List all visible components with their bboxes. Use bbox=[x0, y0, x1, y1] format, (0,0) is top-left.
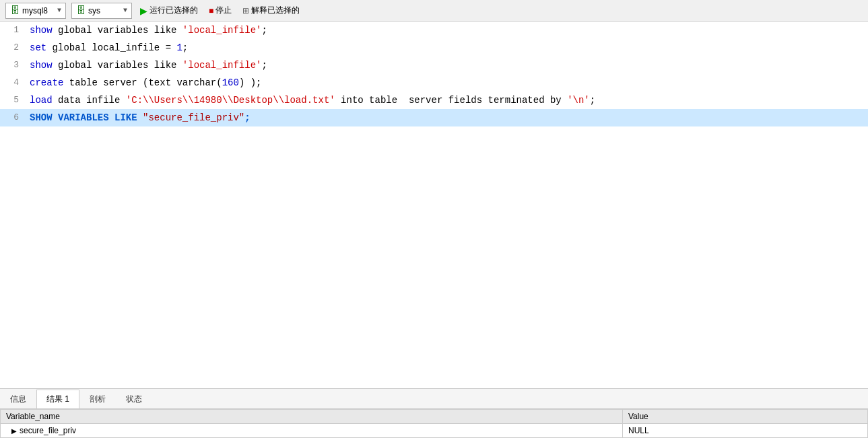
code-token: 1 bbox=[176, 42, 182, 53]
line-content: show global variables like 'local_infile… bbox=[27, 57, 868, 74]
stop-label: 停止 bbox=[215, 5, 232, 16]
table-cell: NULL bbox=[622, 424, 867, 438]
code-token: terminated bbox=[488, 95, 545, 106]
line-content: create table server (text varchar(160) )… bbox=[27, 74, 868, 92]
line-number: 6 bbox=[0, 109, 27, 126]
code-token: show bbox=[30, 60, 53, 71]
code-token: data infile bbox=[53, 95, 126, 106]
code-token: into table server fields bbox=[335, 95, 488, 106]
line-number: 1 bbox=[0, 22, 27, 39]
code-token: 'local_infile' bbox=[182, 25, 262, 36]
code-line-2: 2set global local_infile = 1; bbox=[0, 39, 868, 57]
toolbar: 🗄 mysql8 ▼ 🗄 sys ▼ ▶ 运行已选择的 ■ 停止 ⊞ 解释已选择… bbox=[0, 0, 868, 22]
code-token: global variables like bbox=[53, 25, 182, 36]
db2-arrow: ▼ bbox=[123, 7, 127, 14]
code-token: '\n' bbox=[567, 95, 590, 106]
table-cell: ▶secure_file_priv bbox=[1, 424, 623, 438]
tab-profile[interactable]: 剖析 bbox=[79, 390, 116, 408]
code-token: 'local_infile' bbox=[182, 60, 262, 71]
db1-selector[interactable]: 🗄 mysql8 ▼ bbox=[5, 3, 66, 19]
db1-name: mysql8 bbox=[22, 6, 48, 15]
code-token: ; bbox=[244, 112, 250, 123]
code-line-5: 5load data infile 'C:\\Users\\14980\\Des… bbox=[0, 92, 868, 109]
line-number: 2 bbox=[0, 39, 27, 57]
code-token: load bbox=[30, 95, 53, 106]
code-token: global local_infile = bbox=[46, 42, 176, 53]
code-lines: 1show global variables like 'local_infil… bbox=[0, 22, 868, 126]
line-number: 3 bbox=[0, 57, 27, 74]
line-number: 4 bbox=[0, 74, 27, 92]
explain-label: 解释已选择的 bbox=[251, 5, 300, 16]
code-line-3: 3show global variables like 'local_infil… bbox=[0, 57, 868, 74]
run-button[interactable]: ▶ 运行已选择的 bbox=[137, 3, 201, 17]
tabs-bar: 信息结果 1剖析状态 bbox=[0, 389, 868, 409]
stop-button[interactable]: ■ 停止 bbox=[206, 3, 234, 17]
line-content: SHOW VARIABLES LIKE "secure_file_priv"; bbox=[27, 109, 868, 126]
code-token: SHOW VARIABLES LIKE bbox=[30, 112, 143, 123]
code-token: ) ); bbox=[239, 77, 262, 88]
results-table: Variable_nameValue▶secure_file_privNULL bbox=[0, 409, 868, 438]
explain-icon: ⊞ bbox=[242, 6, 249, 15]
code-token: create bbox=[30, 77, 63, 88]
code-token: "secure_file_priv" bbox=[143, 112, 244, 123]
column-header: Variable_name bbox=[1, 410, 623, 424]
db2-icon: 🗄 bbox=[76, 5, 86, 16]
explain-button[interactable]: ⊞ 解释已选择的 bbox=[240, 3, 302, 17]
play-icon: ▶ bbox=[140, 5, 147, 16]
code-line-6: 6SHOW VARIABLES LIKE "secure_file_priv"; bbox=[0, 109, 868, 126]
db2-selector[interactable]: 🗄 sys ▼ bbox=[71, 3, 132, 19]
db1-icon: 🗄 bbox=[10, 5, 20, 16]
code-token: set bbox=[30, 42, 46, 53]
db1-arrow: ▼ bbox=[57, 7, 61, 14]
db2-name: sys bbox=[88, 6, 100, 15]
code-token: ; bbox=[182, 42, 188, 53]
run-label: 运行已选择的 bbox=[149, 5, 198, 16]
code-token: global variables like bbox=[53, 60, 182, 71]
code-token: 'C:\\Users\\14980\\Desktop\\load.txt' bbox=[126, 95, 335, 106]
stop-icon: ■ bbox=[209, 6, 213, 15]
code-editor[interactable]: 1show global variables like 'local_infil… bbox=[0, 22, 868, 388]
code-token: ; bbox=[590, 95, 595, 106]
code-token: ; bbox=[261, 60, 267, 71]
table-row: ▶secure_file_privNULL bbox=[1, 424, 868, 438]
line-number: 5 bbox=[0, 92, 27, 109]
code-token: show bbox=[30, 25, 53, 36]
code-line-1: 1show global variables like 'local_infil… bbox=[0, 22, 868, 39]
column-header: Value bbox=[622, 410, 867, 424]
line-content: set global local_infile = 1; bbox=[27, 39, 868, 57]
code-token: by bbox=[545, 95, 568, 106]
tab-info[interactable]: 信息 bbox=[0, 390, 36, 408]
code-token: ; bbox=[261, 25, 267, 36]
line-content: load data infile 'C:\\Users\\14980\\Desk… bbox=[27, 92, 868, 109]
tab-status[interactable]: 状态 bbox=[116, 390, 152, 408]
code-line-4: 4create table server (text varchar(160) … bbox=[0, 74, 868, 92]
tab-result1[interactable]: 结果 1 bbox=[36, 390, 79, 408]
results-area: Variable_nameValue▶secure_file_privNULL bbox=[0, 409, 868, 438]
code-token: 160 bbox=[222, 77, 239, 88]
bottom-section: 信息结果 1剖析状态 Variable_nameValue▶secure_fil… bbox=[0, 388, 868, 438]
code-token: table server (text varchar( bbox=[63, 77, 222, 88]
line-content: show global variables like 'local_infile… bbox=[27, 22, 868, 39]
